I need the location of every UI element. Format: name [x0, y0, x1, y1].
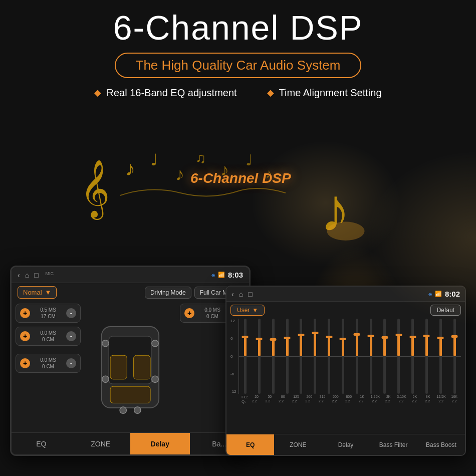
eq-q-values: 2.22.22.22.22.22.22.22.22.22.22.22.22.22…: [248, 399, 461, 404]
status-area: ⎈ 📶 8:03: [211, 271, 243, 279]
ms-rl: 0.0 MS: [32, 330, 64, 336]
svg-point-9: [327, 222, 365, 241]
big-note-decoration: ♪: [316, 165, 376, 241]
svg-rect-12: [110, 355, 127, 379]
ctrl-minus-rl[interactable]: -: [66, 331, 76, 341]
eq-bar-col-3[interactable]: [281, 319, 294, 394]
user-dropdown[interactable]: User ▼: [230, 305, 265, 316]
subtitle-badge: The High Quality Car Audio System: [115, 53, 362, 78]
user-dropdown-arrow: ▼: [252, 307, 258, 314]
eq-bar-col-10[interactable]: [378, 319, 391, 394]
feature-2: ◆ Time Alignment Setting: [267, 87, 382, 99]
driving-mode-btn[interactable]: Driving Mode: [145, 287, 191, 299]
eq-content: User ▼ Defaut 12 6 0 -6 -12: [226, 302, 465, 407]
dropdown-arrow: ▼: [45, 289, 52, 296]
diamond-icon-2: ◆: [267, 87, 274, 98]
eq-bar-col-14[interactable]: [434, 319, 447, 394]
db-6: 6: [230, 336, 236, 341]
eq-bar-col-9[interactable]: [364, 319, 377, 394]
screen-content: Nomal ▼ Driving Mode Full Car Mode + 0.5…: [12, 283, 249, 454]
svg-text:♩: ♩: [150, 151, 158, 169]
speaker-ctrl-sub: + 0.0 MS 0 CM -: [16, 354, 81, 373]
eq-bar-col-4[interactable]: [295, 319, 308, 394]
ctrl-plus-rl[interactable]: +: [20, 331, 30, 341]
eq-bar-col-1[interactable]: [253, 319, 266, 394]
eq-nav-icons: ‹ ⌂ □: [231, 290, 253, 298]
db-neg6: -6: [230, 372, 236, 376]
q-label: Q:: [242, 399, 246, 404]
eq-freq-labels: 2050801252003155008001K1.25K2K3.15K5K8K1…: [250, 395, 461, 399]
mode-label: Nomal: [23, 289, 42, 296]
eq-bar-col-6[interactable]: [323, 319, 336, 394]
dsp-controls-bar: Nomal ▼ Driving Mode Full Car Mode: [12, 283, 249, 302]
eq-freq-labels-container: FC: 2050801252003155008001K1.25K2K3.15K5…: [242, 395, 461, 399]
eq-screen: ‹ ⌂ □ ⎈ 📶 8:02 User ▼ Defaut: [225, 286, 466, 456]
car-center: [83, 304, 178, 430]
default-button[interactable]: Defaut: [430, 305, 461, 316]
ctrl-values-fr: 0.0 MS 0 CM: [196, 307, 228, 320]
subtitle-text: The High Quality Car Audio System: [136, 58, 341, 73]
feature-1: ◆ Real 16-Band EQ adjustment: [94, 87, 236, 99]
mode-dropdown[interactable]: Nomal ▼: [18, 286, 57, 299]
eq-tab-bass-boost[interactable]: Bass Boost: [417, 434, 465, 455]
ctrl-values-rl: 0.0 MS 0 CM: [32, 330, 64, 343]
ctrl-plus-fr[interactable]: +: [184, 308, 194, 318]
speaker-ctrl-rl: + 0.0 MS 0 CM -: [16, 327, 81, 346]
svg-point-15: [102, 340, 109, 346]
eq-bar-col-7[interactable]: [336, 319, 349, 394]
feature-2-text: Time Alignment Setting: [279, 87, 382, 99]
eq-tab-delay[interactable]: Delay: [322, 434, 369, 455]
mic-label: MIC: [46, 271, 54, 279]
db-neg12: -12: [230, 389, 236, 394]
main-title: 6-Channel DSP: [0, 9, 476, 47]
tab-eq[interactable]: EQ: [12, 433, 71, 454]
eq-bar-col-12[interactable]: [406, 319, 419, 394]
home-icon[interactable]: ⌂: [25, 271, 29, 279]
cm-fr: 0 CM: [196, 313, 228, 320]
menu-icon[interactable]: □: [34, 271, 38, 279]
tab-delay[interactable]: Delay: [130, 433, 190, 454]
svg-text:♪: ♪: [175, 164, 184, 184]
back-icon[interactable]: ‹: [18, 271, 20, 279]
eq-tab-bar: EQ ZONE Delay Bass Filter Bass Boost: [226, 434, 465, 455]
header-section: 6-Channel DSP The High Quality Car Audio…: [0, 0, 476, 99]
user-label: User: [237, 307, 250, 314]
brand-label: Ownice: [12, 454, 249, 456]
page: 6-Channel DSP The High Quality Car Audio…: [0, 0, 476, 476]
eq-chart-area: 12 6 0 -6 -12: [230, 319, 461, 394]
ctrl-plus-sub[interactable]: +: [20, 358, 30, 368]
eq-bar-col-15[interactable]: [448, 319, 461, 394]
svg-point-18: [152, 376, 158, 382]
eq-bar-col-11[interactable]: [392, 319, 405, 394]
ctrl-plus-fl[interactable]: +: [20, 308, 30, 318]
main-dsp-screen: ‹ ⌂ □ MIC ⎈ 📶 8:03 Nomal ▼ Driving Mode: [10, 266, 251, 456]
eq-tab-bass-filter[interactable]: Bass Filter: [370, 434, 417, 455]
eq-menu-icon[interactable]: □: [248, 290, 252, 298]
eq-back-icon[interactable]: ‹: [231, 290, 234, 298]
svg-text:♩: ♩: [246, 152, 253, 168]
eq-bar-col-13[interactable]: [420, 319, 433, 394]
eq-home-icon[interactable]: ⌂: [239, 290, 243, 298]
dsp-overlay: 6-Channel DSP: [190, 170, 291, 186]
car-diagram-row: + 0.5 MS 17 CM - + 0.0 MS 0 CM -: [12, 302, 249, 432]
eq-bar-col-8[interactable]: [350, 319, 363, 394]
ctrl-values-sub: 0.0 MS 0 CM: [32, 357, 64, 370]
eq-time-display: 8:02: [445, 290, 460, 298]
speaker-controls-left: + 0.5 MS 17 CM - + 0.0 MS 0 CM -: [16, 304, 81, 430]
svg-point-16: [152, 340, 158, 346]
eq-tab-zone[interactable]: ZONE: [274, 434, 322, 455]
svg-point-20: [134, 407, 141, 413]
ctrl-minus-fl[interactable]: -: [66, 308, 76, 318]
svg-text:♪: ♪: [125, 157, 135, 179]
eq-tab-eq[interactable]: EQ: [226, 434, 274, 455]
eq-signal-icon: 📶: [435, 291, 442, 297]
ctrl-minus-sub[interactable]: -: [66, 358, 76, 368]
ms-fl: 0.5 MS: [32, 307, 64, 313]
eq-bar-col-2[interactable]: [267, 319, 280, 394]
eq-bar-col-0[interactable]: [239, 319, 252, 394]
eq-q-row-container: Q: 2.22.22.22.22.22.22.22.22.22.22.22.22…: [242, 399, 461, 404]
diamond-icon-1: ◆: [94, 87, 101, 98]
eq-bar-col-5[interactable]: [309, 319, 322, 394]
signal-icon: 📶: [218, 272, 225, 278]
tab-zone[interactable]: ZONE: [71, 433, 131, 454]
